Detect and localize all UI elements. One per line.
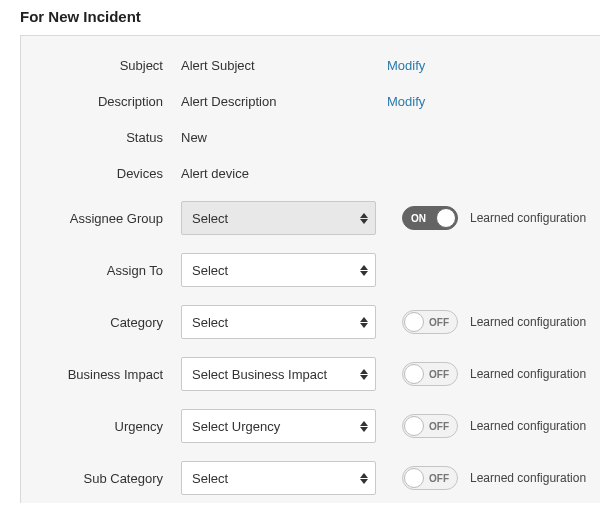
row-category: Category Select OFF Learned configuratio…	[21, 298, 586, 346]
label-devices: Devices	[21, 166, 181, 181]
toggle-assignee-group[interactable]: ON	[402, 206, 458, 230]
toggle-business-impact[interactable]: OFF	[402, 362, 458, 386]
label-assignee-group: Assignee Group	[21, 211, 181, 226]
value-devices: Alert device	[181, 166, 381, 181]
row-sub-category: Sub Category Select OFF Learned configur…	[21, 454, 586, 502]
toggle-off-text: OFF	[429, 369, 449, 380]
row-business-impact: Business Impact Select Business Impact O…	[21, 350, 586, 398]
select-business-impact[interactable]: Select Business Impact	[181, 357, 376, 391]
toggle-on-text: ON	[411, 213, 426, 224]
select-sub-category-value: Select	[192, 471, 228, 486]
select-urgency-value: Select Urgency	[192, 419, 280, 434]
toggle-knob	[436, 208, 456, 228]
select-category-value: Select	[192, 315, 228, 330]
label-description: Description	[21, 94, 181, 109]
toggle-label-assignee-group: Learned configuration	[470, 211, 586, 225]
select-category[interactable]: Select	[181, 305, 376, 339]
toggle-knob	[404, 312, 424, 332]
label-urgency: Urgency	[21, 419, 181, 434]
toggle-off-text: OFF	[429, 473, 449, 484]
section-title: For New Incident	[20, 8, 600, 25]
toggle-urgency[interactable]: OFF	[402, 414, 458, 438]
toggle-sub-category[interactable]: OFF	[402, 466, 458, 490]
label-sub-category: Sub Category	[21, 471, 181, 486]
label-subject: Subject	[21, 58, 181, 73]
label-category: Category	[21, 315, 181, 330]
row-urgency: Urgency Select Urgency OFF Learned confi…	[21, 402, 586, 450]
toggle-category[interactable]: OFF	[402, 310, 458, 334]
label-assign-to: Assign To	[21, 263, 181, 278]
toggle-off-text: OFF	[429, 317, 449, 328]
label-status: Status	[21, 130, 181, 145]
row-devices: Devices Alert device	[21, 158, 586, 188]
toggle-knob	[404, 468, 424, 488]
toggle-label-urgency: Learned configuration	[470, 419, 586, 433]
toggle-label-business-impact: Learned configuration	[470, 367, 586, 381]
select-assign-to[interactable]: Select	[181, 253, 376, 287]
select-business-impact-value: Select Business Impact	[192, 367, 327, 382]
value-status: New	[181, 130, 381, 145]
value-subject: Alert Subject	[181, 58, 381, 73]
toggle-knob	[404, 364, 424, 384]
select-assign-to-value: Select	[192, 263, 228, 278]
select-urgency[interactable]: Select Urgency	[181, 409, 376, 443]
select-assignee-group-value: Select	[192, 211, 228, 226]
toggle-label-sub-category: Learned configuration	[470, 471, 586, 485]
toggle-off-text: OFF	[429, 421, 449, 432]
select-assignee-group[interactable]: Select	[181, 201, 376, 235]
toggle-label-category: Learned configuration	[470, 315, 586, 329]
row-subject: Subject Alert Subject Modify	[21, 50, 586, 80]
incident-panel: Subject Alert Subject Modify Description…	[20, 35, 600, 503]
row-assign-to: Assign To Select	[21, 246, 586, 294]
row-description: Description Alert Description Modify	[21, 86, 586, 116]
modify-description-link[interactable]: Modify	[387, 94, 425, 109]
value-description: Alert Description	[181, 94, 381, 109]
row-status: Status New	[21, 122, 586, 152]
row-assignee-group: Assignee Group Select ON Learned configu…	[21, 194, 586, 242]
label-business-impact: Business Impact	[21, 367, 181, 382]
toggle-knob	[404, 416, 424, 436]
select-sub-category[interactable]: Select	[181, 461, 376, 495]
modify-subject-link[interactable]: Modify	[387, 58, 425, 73]
